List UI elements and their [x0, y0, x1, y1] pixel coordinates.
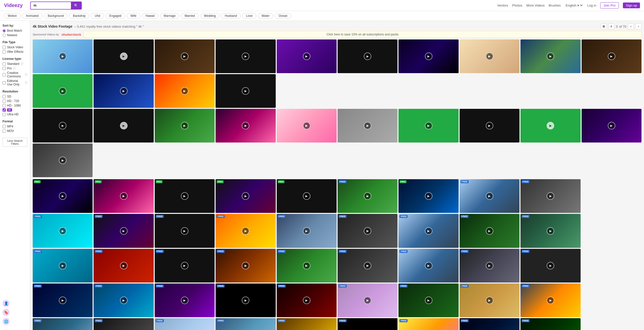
video-thumb[interactable]: ▶	[277, 109, 337, 143]
video-thumb[interactable]: ▶FREE	[33, 284, 93, 317]
editorial-info-icon[interactable]: ⓘ	[25, 81, 27, 84]
play-button[interactable]: ▶	[486, 53, 493, 60]
video-thumb[interactable]: ▶	[155, 39, 215, 73]
video-thumb[interactable]: ▶	[33, 144, 93, 177]
play-button[interactable]: ▶	[242, 53, 249, 60]
sort-best-match[interactable]: Best Match	[3, 29, 27, 32]
video-thumb[interactable]: ▶FREE	[155, 249, 215, 282]
promo-banner[interactable]: Click here to save 15% on all subscripti…	[84, 31, 641, 38]
video-thumb[interactable]: ▶PRO	[94, 179, 153, 213]
play-button[interactable]: ▶	[120, 122, 128, 129]
play-button[interactable]: ▶	[59, 122, 66, 129]
video-thumb[interactable]: ▶FREE	[94, 318, 153, 330]
nav-brushes[interactable]: Brushes	[549, 4, 561, 7]
license-standard[interactable]: Standard ⓘ	[3, 62, 27, 66]
tag-ocean[interactable]: Ocean	[275, 13, 291, 19]
video-thumb[interactable]: ▶PRO	[398, 179, 458, 213]
play-button[interactable]: ▶	[242, 262, 249, 269]
play-button[interactable]: ▶	[425, 53, 432, 60]
video-thumb[interactable]: ▶	[216, 109, 275, 143]
sidebar-icon-3[interactable]: 🌐	[3, 318, 10, 325]
res-720[interactable]: HD - 720	[3, 99, 27, 103]
play-button[interactable]: ▶	[486, 262, 493, 269]
play-button[interactable]: ▶	[425, 262, 432, 269]
video-thumb[interactable]: ▶FREE	[216, 284, 275, 317]
play-button[interactable]: ▶	[120, 87, 128, 95]
play-button[interactable]: ▶	[364, 262, 371, 269]
play-button[interactable]: ▶	[120, 53, 128, 60]
tag-wife[interactable]: Wife	[127, 13, 140, 19]
play-button[interactable]: ▶	[425, 227, 432, 235]
tag-backdrop[interactable]: Backdrop	[69, 13, 90, 19]
license-creative-commons[interactable]: Creative Commons ⓘ	[3, 71, 27, 78]
video-thumb[interactable]: ▶FREE	[338, 214, 397, 248]
play-button[interactable]: ▶	[486, 297, 493, 304]
video-thumb[interactable]: ▶FREE	[155, 318, 215, 330]
tag-background[interactable]: Background	[44, 13, 68, 19]
video-thumb[interactable]: ▶	[582, 109, 641, 143]
sidebar-icon-1[interactable]: 👤	[3, 300, 10, 307]
tag-animated[interactable]: Animated	[22, 13, 43, 19]
play-button[interactable]: ▶	[242, 192, 249, 200]
video-thumb[interactable]: ▶FREE	[460, 249, 519, 282]
res-sd[interactable]: SD	[3, 95, 27, 98]
video-thumb[interactable]: ▶FREE	[520, 179, 580, 213]
video-thumb[interactable]: ▶	[94, 109, 153, 143]
video-thumb[interactable]: ▶	[398, 109, 458, 143]
video-thumb[interactable]: ▶FREE	[33, 318, 93, 330]
play-button[interactable]: ▶	[120, 192, 128, 200]
play-button[interactable]: ▶	[425, 297, 432, 304]
video-thumb[interactable]: ▶FREE	[398, 318, 458, 330]
video-thumb[interactable]: ▶FREE	[216, 214, 275, 248]
play-button[interactable]: ▶	[547, 53, 554, 60]
cc-info-icon[interactable]: ⓘ	[25, 73, 27, 76]
video-thumb[interactable]: ▶FREE	[520, 249, 580, 282]
tag-hawaii[interactable]: Hawaii	[142, 13, 158, 19]
video-thumb[interactable]: ▶	[460, 39, 519, 73]
tag-engaged[interactable]: Engaged	[106, 13, 125, 19]
play-button[interactable]: ▶	[608, 122, 615, 129]
res-4k[interactable]: 4K	[3, 108, 27, 112]
video-thumb[interactable]: ▶FREE	[94, 284, 153, 317]
play-button[interactable]: ▶	[303, 297, 310, 304]
video-thumb[interactable]: ▶	[520, 39, 580, 73]
play-button[interactable]: ▶	[120, 227, 128, 235]
play-button[interactable]: ▶	[59, 297, 66, 304]
pagination-list-view[interactable]: ≡	[608, 23, 614, 29]
video-thumb[interactable]: ▶FREE	[520, 318, 580, 330]
video-thumb[interactable]: ▶FREE	[277, 214, 337, 248]
video-thumb[interactable]: ▶FREE	[460, 284, 519, 317]
tag-husband[interactable]: Husband	[221, 13, 241, 19]
play-button[interactable]: ▶	[120, 262, 128, 269]
video-thumb[interactable]: ▶	[277, 39, 337, 73]
play-button[interactable]: ▶	[181, 227, 188, 235]
video-thumb[interactable]: ▶	[338, 39, 397, 73]
video-thumb[interactable]: ▶FREE	[94, 249, 153, 282]
nav-photos[interactable]: Photos	[512, 4, 522, 7]
video-thumb[interactable]: ▶	[582, 39, 641, 73]
language-select[interactable]: English ▾	[565, 3, 583, 8]
video-thumb[interactable]: ▶FREE	[520, 214, 580, 248]
tag-uhd[interactable]: Uhd	[91, 13, 104, 19]
sort-newest[interactable]: Newest	[3, 33, 27, 37]
search-button[interactable]: 🔍	[71, 2, 81, 9]
video-thumb[interactable]: ▶	[33, 74, 93, 108]
play-button[interactable]: ▶	[547, 297, 554, 304]
play-button[interactable]: ▶	[303, 227, 310, 235]
play-button[interactable]: ▶	[181, 192, 188, 200]
video-thumb[interactable]: ▶FREE	[460, 179, 519, 213]
less-filters-button[interactable]: Less Search Filters	[3, 138, 27, 147]
file-type-stock[interactable]: Stock Video	[3, 45, 27, 49]
file-type-ae[interactable]: After Effects	[3, 50, 27, 54]
video-thumb[interactable]: ▶FREE	[94, 214, 153, 248]
video-thumb[interactable]: ▶	[155, 109, 215, 143]
play-button[interactable]: ▶	[364, 122, 371, 129]
play-button[interactable]: ▶	[547, 192, 554, 200]
video-thumb[interactable]: ▶FREE	[277, 284, 337, 317]
video-thumb[interactable]: ▶FREE	[398, 249, 458, 282]
video-thumb[interactable]: ▶	[94, 39, 153, 73]
video-thumb[interactable]: ▶	[94, 74, 153, 108]
play-button[interactable]: ▶	[181, 297, 188, 304]
play-button[interactable]: ▶	[425, 122, 432, 129]
play-button[interactable]: ▶	[364, 227, 371, 235]
